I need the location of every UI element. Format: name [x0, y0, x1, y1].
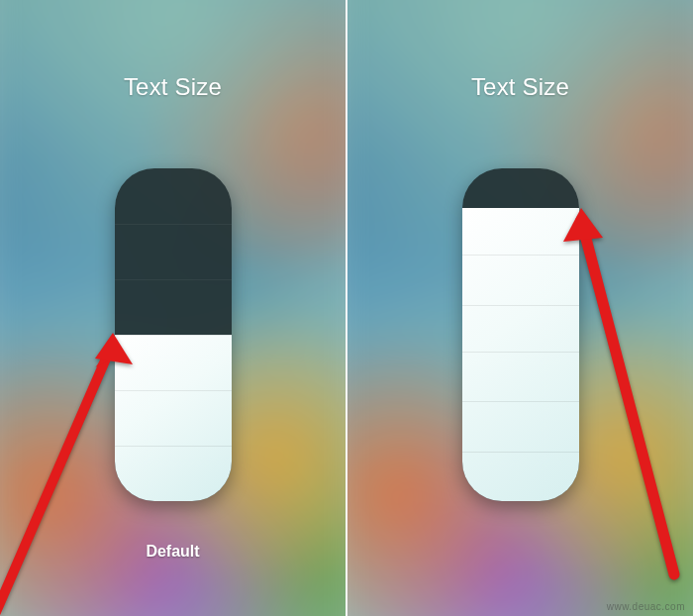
- slider-fill: [115, 335, 232, 501]
- status-label: Default: [0, 543, 346, 561]
- panel-row: Text Size Default Text Size: [0, 0, 693, 616]
- page-title: Text Size: [0, 73, 346, 101]
- right-panel: Text Size: [347, 0, 693, 616]
- watermark: www.deuac.com: [607, 601, 685, 612]
- slider-fill: [462, 208, 579, 501]
- left-panel: Text Size Default: [0, 0, 347, 616]
- text-size-slider[interactable]: [462, 168, 579, 501]
- text-size-slider[interactable]: [115, 168, 232, 501]
- page-title: Text Size: [347, 73, 693, 101]
